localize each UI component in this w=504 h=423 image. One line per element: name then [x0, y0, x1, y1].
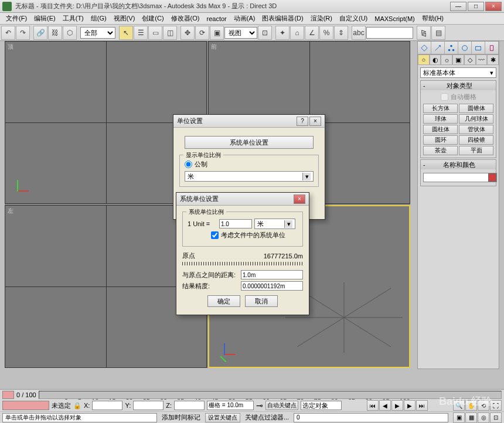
distance-input[interactable]: 1.0m — [241, 270, 303, 279]
prim-plane[interactable]: 平面 — [459, 146, 493, 155]
key-selection-dropdown[interactable]: 选定对象 — [301, 401, 342, 410]
named-selection-input[interactable] — [366, 27, 413, 39]
prim-box[interactable]: 长方体 — [423, 104, 458, 113]
dialog-close-button[interactable]: × — [309, 117, 321, 126]
rollout-object-type[interactable]: -对象类型 — [421, 81, 496, 90]
origin-slider[interactable] — [182, 262, 303, 265]
goto-end-icon[interactable]: ⏭ — [416, 400, 428, 411]
key-filter-link[interactable]: 关键点过滤器... — [245, 413, 289, 422]
pan-icon[interactable]: ✋ — [465, 400, 477, 411]
prim-sphere[interactable]: 球体 — [423, 114, 458, 124]
menu-views[interactable]: 视图(V) — [110, 14, 139, 23]
unlink-icon[interactable]: ⛓ — [48, 26, 62, 40]
autogrid-checkbox[interactable]: 自动栅格 — [423, 93, 493, 101]
menu-maxscript[interactable]: MAXScript(M) — [371, 15, 418, 22]
tab-motion[interactable] — [458, 42, 472, 54]
menu-graph[interactable]: 图表编辑器(D) — [258, 14, 307, 23]
zoom-icon[interactable]: 🔍 — [453, 400, 465, 411]
system-unit-setup-button[interactable]: 系统单位设置 — [185, 136, 314, 149]
zoom-all-icon[interactable]: ▦ — [465, 412, 477, 423]
object-color-swatch[interactable] — [423, 173, 497, 182]
redo-icon[interactable]: ↷ — [16, 26, 30, 40]
track-bar[interactable] — [2, 401, 49, 410]
metric-unit-dropdown[interactable]: 米▾ — [185, 171, 314, 182]
prim-teapot[interactable]: 茶壶 — [423, 146, 458, 155]
z-coord-input[interactable] — [174, 401, 205, 410]
prim-tube[interactable]: 管状体 — [459, 125, 493, 134]
menu-modifiers[interactable]: 修改器(O) — [168, 14, 203, 23]
prim-pyramid[interactable]: 四棱锥 — [459, 135, 493, 145]
unit-value-input[interactable]: 1.0 — [219, 219, 252, 228]
subtab-cameras[interactable]: ▣ — [452, 54, 464, 65]
maximize-button[interactable]: □ — [468, 2, 484, 11]
minimize-button[interactable]: — — [450, 2, 466, 11]
prim-torus[interactable]: 圆环 — [423, 135, 458, 145]
next-frame-icon[interactable]: ▶ — [404, 400, 416, 411]
subtab-helpers[interactable]: ◇ — [464, 54, 476, 65]
zoom-extents-icon[interactable]: ▣ — [453, 412, 465, 423]
orbit-icon[interactable]: ⟲ — [478, 400, 489, 411]
subtab-lights[interactable]: ☼ — [441, 54, 452, 65]
x-coord-input[interactable] — [92, 401, 122, 410]
rollout-name-color[interactable]: -名称和颜色 — [421, 160, 496, 169]
dialog2-close-button[interactable]: × — [294, 195, 305, 204]
menu-group[interactable]: 组(G) — [87, 14, 110, 23]
tab-utilities[interactable] — [485, 42, 499, 54]
select-rect-icon[interactable]: ▭ — [148, 26, 162, 40]
tab-hierarchy[interactable] — [445, 42, 458, 54]
respect-file-units-checkbox[interactable] — [211, 231, 219, 239]
cancel-button[interactable]: 取消 — [245, 295, 278, 307]
menu-animation[interactable]: 动画(A) — [230, 14, 259, 23]
rotate-icon[interactable]: ⟳ — [195, 26, 209, 40]
percent-snap-icon[interactable]: % — [319, 26, 333, 40]
bind-icon[interactable]: ⬡ — [63, 26, 77, 40]
goto-start-icon[interactable]: ⏮ — [367, 400, 379, 411]
prim-geosphere[interactable]: 几何球体 — [459, 114, 493, 124]
prim-cone[interactable]: 圆锥体 — [459, 104, 493, 113]
menu-create[interactable]: 创建(C) — [138, 14, 167, 23]
menu-customize[interactable]: 自定义(U) — [336, 14, 371, 23]
dialog-help-button[interactable]: ? — [297, 117, 308, 126]
current-frame-input[interactable]: 0 — [294, 413, 448, 422]
named-sel-icon[interactable]: abc — [352, 26, 366, 40]
close-button[interactable]: × — [485, 2, 502, 11]
play-icon[interactable]: ▶ — [391, 400, 403, 411]
menu-file[interactable]: 文件(F) — [2, 14, 30, 23]
setkey-button[interactable]: 设置关键点 — [205, 413, 240, 422]
tab-display[interactable] — [472, 42, 485, 54]
maximize-vp-icon[interactable]: ⛶ — [490, 400, 502, 411]
move-icon[interactable]: ✥ — [181, 26, 195, 40]
subtab-geometry[interactable]: ○ — [418, 54, 430, 65]
subtab-spacewarps[interactable]: 〰 — [476, 54, 488, 65]
ref-coord-dropdown[interactable]: 视图 — [224, 27, 257, 39]
time-slider-handle[interactable] — [2, 391, 14, 399]
undo-icon[interactable]: ↶ — [1, 26, 15, 40]
link-icon[interactable]: 🔗 — [33, 26, 47, 40]
geometry-type-dropdown[interactable]: 标准基本体▾ — [420, 67, 496, 78]
field-icon[interactable]: ◎ — [478, 412, 489, 423]
pivot-icon[interactable]: ⊡ — [258, 26, 272, 40]
menu-reactor[interactable]: reactor — [203, 15, 230, 22]
metric-radio[interactable]: 公制 — [185, 160, 314, 169]
prim-cylinder[interactable]: 圆柱体 — [423, 125, 458, 134]
manipulate-icon[interactable]: ✦ — [275, 26, 290, 40]
subtab-shapes[interactable]: ◐ — [430, 54, 441, 65]
ok-button[interactable]: 确定 — [207, 295, 240, 307]
subtab-systems[interactable]: ✱ — [487, 54, 499, 65]
select-name-icon[interactable]: ☰ — [134, 26, 148, 40]
select-icon[interactable]: ↖ — [119, 26, 133, 40]
min-max-icon[interactable]: ⊡ — [490, 412, 502, 423]
tab-modify[interactable] — [431, 42, 445, 54]
menu-help[interactable]: 帮助(H) — [418, 14, 447, 23]
add-time-tag[interactable]: 添加时间标记 — [162, 413, 200, 422]
mirror-icon[interactable]: ⧎ — [417, 26, 431, 40]
select-window-icon[interactable]: ◫ — [163, 26, 177, 40]
menu-tools[interactable]: 工具(T) — [59, 14, 87, 23]
menu-render[interactable]: 渲染(R) — [307, 14, 336, 23]
scale-icon[interactable]: ▣ — [210, 26, 224, 40]
selection-filter-dropdown[interactable]: 全部 — [80, 27, 115, 39]
y-coord-input[interactable] — [133, 401, 164, 410]
unit-name-dropdown[interactable]: 米▾ — [254, 219, 295, 229]
menu-edit[interactable]: 编辑(E) — [30, 14, 59, 23]
autokey-button[interactable]: 自动关键点 — [265, 401, 298, 410]
